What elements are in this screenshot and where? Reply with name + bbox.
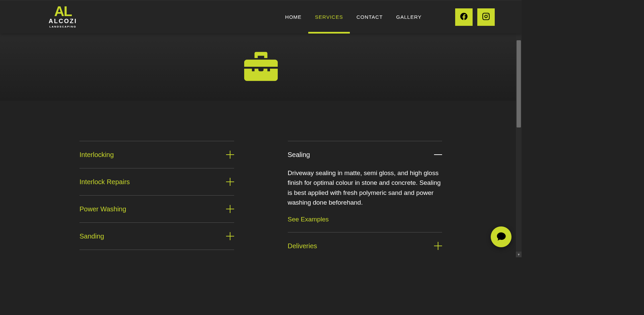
brand-logo[interactable]: AL ALCOZI LANDSCAPING <box>49 6 77 28</box>
see-examples-link[interactable]: See Examples <box>288 214 442 224</box>
accordion-item-interlock-repairs[interactable]: Interlock Repairs <box>79 168 234 195</box>
toolbox-icon <box>244 51 278 83</box>
nav-services[interactable]: SERVICES <box>315 0 343 34</box>
facebook-icon <box>460 12 468 22</box>
nav-home[interactable]: HOME <box>285 0 302 34</box>
plus-icon <box>434 242 442 250</box>
accordion-item-sealing[interactable]: Sealing Driveway sealing in matte, semi … <box>288 141 442 232</box>
instagram-button[interactable] <box>477 8 495 26</box>
nav-contact[interactable]: CONTACT <box>357 0 383 34</box>
instagram-icon <box>482 12 490 22</box>
logo-top: AL <box>54 6 72 17</box>
accordion-left-column: Interlocking Interlock Repairs Power Was… <box>79 141 234 257</box>
main-nav: HOME SERVICES CONTACT GALLERY <box>285 0 422 34</box>
hero-band <box>0 34 522 101</box>
accordion-title: Power Washing <box>79 205 126 213</box>
accordion-body: Driveway sealing in matte, semi gloss, a… <box>288 168 442 232</box>
accordion-title: Deliveries <box>288 242 317 250</box>
scrollbar[interactable]: ▲ ▼ <box>516 0 522 257</box>
accordion-title: Sanding <box>79 232 104 240</box>
minus-icon <box>434 151 442 159</box>
site-header: AL ALCOZI LANDSCAPING HOME SERVICES CONT… <box>0 0 522 34</box>
social-links <box>455 8 495 26</box>
logo-mid: ALCOZI <box>49 18 77 25</box>
services-accordion: Interlocking Interlock Repairs Power Was… <box>79 141 442 257</box>
plus-icon <box>226 178 234 186</box>
plus-icon <box>226 205 234 213</box>
accordion-item-power-washing[interactable]: Power Washing <box>79 195 234 222</box>
chat-icon <box>496 231 506 243</box>
chat-button[interactable] <box>491 226 512 247</box>
plus-icon <box>226 232 234 240</box>
accordion-item-interlocking[interactable]: Interlocking <box>79 141 234 168</box>
accordion-title: Interlocking <box>79 151 114 159</box>
accordion-title: Interlock Repairs <box>79 178 130 186</box>
accordion-title: Sealing <box>288 151 310 159</box>
accordion-item-sanding[interactable]: Sanding <box>79 222 234 250</box>
logo-sub: LANDSCAPING <box>49 25 76 28</box>
facebook-button[interactable] <box>455 8 473 26</box>
scroll-thumb[interactable] <box>517 40 521 127</box>
scroll-down-button[interactable]: ▼ <box>516 252 522 257</box>
sealing-description: Driveway sealing in matte, semi gloss, a… <box>288 169 441 206</box>
plus-icon <box>226 151 234 159</box>
nav-gallery[interactable]: GALLERY <box>396 0 422 34</box>
accordion-item-deliveries[interactable]: Deliveries <box>288 232 442 257</box>
accordion-right-column: Sealing Driveway sealing in matte, semi … <box>288 141 442 257</box>
